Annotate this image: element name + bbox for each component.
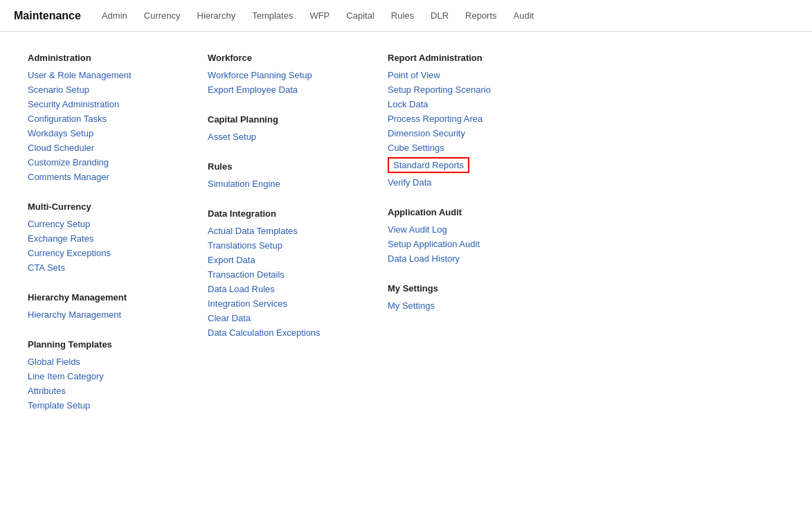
- nav-item-admin[interactable]: Admin: [102, 8, 127, 24]
- section-block-1-3: Data IntegrationActual Data TemplatesTra…: [208, 208, 346, 338]
- section-block-1-2: RulesSimulation Engine: [208, 161, 346, 189]
- section-block-0-2: Hierarchy ManagementHierarchy Management: [28, 292, 166, 320]
- menu-link-point-of-view[interactable]: Point of View: [388, 70, 526, 80]
- nav-item-rules[interactable]: Rules: [391, 8, 414, 24]
- menu-link-export-data[interactable]: Export Data: [208, 255, 346, 265]
- menu-link-simulation-engine[interactable]: Simulation Engine: [208, 179, 346, 189]
- section-block-1-0: WorkforceWorkforce Planning SetupExport …: [208, 53, 346, 95]
- menu-link-integration-services[interactable]: Integration Services: [208, 298, 346, 309]
- menu-link-line-item-category[interactable]: Line Item Category: [28, 371, 166, 381]
- menu-link-lock-data[interactable]: Lock Data: [388, 99, 526, 109]
- section-block-2-0: Report AdministrationPoint of ViewSetup …: [388, 53, 526, 188]
- section-block-1-1: Capital PlanningAsset Setup: [208, 114, 346, 142]
- menu-link-hierarchy-management[interactable]: Hierarchy Management: [28, 309, 166, 320]
- section-heading-1-1: Capital Planning: [208, 114, 346, 125]
- menu-link-verify-data[interactable]: Verify Data: [388, 177, 526, 188]
- menu-link-currency-exceptions[interactable]: Currency Exceptions: [28, 248, 166, 258]
- menu-link-clear-data[interactable]: Clear Data: [208, 313, 346, 323]
- nav-item-reports[interactable]: Reports: [465, 8, 497, 24]
- menu-link-transaction-details[interactable]: Transaction Details: [208, 269, 346, 280]
- section-block-0-0: AdministrationUser & Role ManagementScen…: [28, 53, 166, 182]
- menu-link-actual-data-templates[interactable]: Actual Data Templates: [208, 226, 346, 236]
- nav-item-dlr[interactable]: DLR: [431, 8, 449, 24]
- section-heading-2-2: My Settings: [388, 283, 526, 294]
- section-heading-1-2: Rules: [208, 161, 346, 172]
- column-2: Report AdministrationPoint of ViewSetup …: [388, 53, 526, 430]
- nav-item-wfp[interactable]: WFP: [309, 8, 330, 24]
- nav-brand: Maintenance: [14, 10, 81, 22]
- section-heading-1-0: Workforce: [208, 53, 346, 63]
- section-heading-0-2: Hierarchy Management: [28, 292, 166, 303]
- menu-link-export-employee-data[interactable]: Export Employee Data: [208, 84, 346, 95]
- section-heading-0-3: Planning Templates: [28, 339, 166, 350]
- menu-link-configuration-tasks[interactable]: Configuration Tasks: [28, 114, 166, 124]
- section-heading-1-3: Data Integration: [208, 208, 346, 219]
- menu-link-template-setup[interactable]: Template Setup: [28, 400, 166, 411]
- menu-link-attributes[interactable]: Attributes: [28, 386, 166, 396]
- section-block-2-1: Application AuditView Audit LogSetup App…: [388, 207, 526, 264]
- menu-link-setup-application-audit[interactable]: Setup Application Audit: [388, 239, 526, 249]
- menu-link-my-settings[interactable]: My Settings: [388, 300, 526, 311]
- main-content: AdministrationUser & Role ManagementScen…: [0, 32, 812, 451]
- column-0: AdministrationUser & Role ManagementScen…: [28, 53, 166, 430]
- menu-link-customize-branding[interactable]: Customize Branding: [28, 157, 166, 168]
- menu-link-data-calculation-exceptions[interactable]: Data Calculation Exceptions: [208, 327, 346, 338]
- menu-link-cube-settings[interactable]: Cube Settings: [388, 143, 526, 153]
- menu-link-asset-setup[interactable]: Asset Setup: [208, 132, 346, 142]
- nav-bar: Maintenance AdminCurrencyHierarchyTempla…: [0, 0, 812, 32]
- menu-link-process-reporting-area[interactable]: Process Reporting Area: [388, 114, 526, 124]
- menu-link-setup-reporting-scenario[interactable]: Setup Reporting Scenario: [388, 84, 526, 95]
- section-heading-0-1: Multi-Currency: [28, 201, 166, 212]
- menu-link-exchange-rates[interactable]: Exchange Rates: [28, 233, 166, 244]
- column-1: WorkforceWorkforce Planning SetupExport …: [208, 53, 346, 430]
- menu-link-user-&-role-management[interactable]: User & Role Management: [28, 70, 166, 80]
- menu-link-security-administration[interactable]: Security Administration: [28, 99, 166, 109]
- section-heading-2-0: Report Administration: [388, 53, 526, 63]
- menu-link-view-audit-log[interactable]: View Audit Log: [388, 224, 526, 235]
- menu-link-comments-manager[interactable]: Comments Manager: [28, 172, 166, 182]
- nav-item-capital[interactable]: Capital: [346, 8, 374, 24]
- menu-link-standard-reports[interactable]: Standard Reports: [388, 157, 469, 173]
- menu-link-workforce-planning-setup[interactable]: Workforce Planning Setup: [208, 70, 346, 80]
- menu-link-translations-setup[interactable]: Translations Setup: [208, 240, 346, 251]
- nav-item-hierarchy[interactable]: Hierarchy: [197, 8, 236, 24]
- section-heading-0-0: Administration: [28, 53, 166, 63]
- section-heading-2-1: Application Audit: [388, 207, 526, 217]
- nav-item-currency[interactable]: Currency: [144, 8, 181, 24]
- menu-link-workdays-setup[interactable]: Workdays Setup: [28, 128, 166, 138]
- section-block-0-1: Multi-CurrencyCurrency SetupExchange Rat…: [28, 201, 166, 273]
- menu-link-cloud-scheduler[interactable]: Cloud Scheduler: [28, 143, 166, 153]
- section-block-2-2: My SettingsMy Settings: [388, 283, 526, 311]
- menu-link-scenario-setup[interactable]: Scenario Setup: [28, 84, 166, 95]
- menu-link-data-load-rules[interactable]: Data Load Rules: [208, 284, 346, 294]
- menu-link-global-fields[interactable]: Global Fields: [28, 357, 166, 367]
- nav-item-templates[interactable]: Templates: [252, 8, 293, 24]
- menu-link-currency-setup[interactable]: Currency Setup: [28, 219, 166, 229]
- menu-link-data-load-history[interactable]: Data Load History: [388, 253, 526, 264]
- nav-item-audit[interactable]: Audit: [514, 8, 534, 24]
- nav-items: AdminCurrencyHierarchyTemplatesWFPCapita…: [102, 8, 534, 24]
- section-block-0-3: Planning TemplatesGlobal FieldsLine Item…: [28, 339, 166, 411]
- menu-link-cta-sets[interactable]: CTA Sets: [28, 262, 166, 273]
- menu-link-dimension-security[interactable]: Dimension Security: [388, 128, 526, 138]
